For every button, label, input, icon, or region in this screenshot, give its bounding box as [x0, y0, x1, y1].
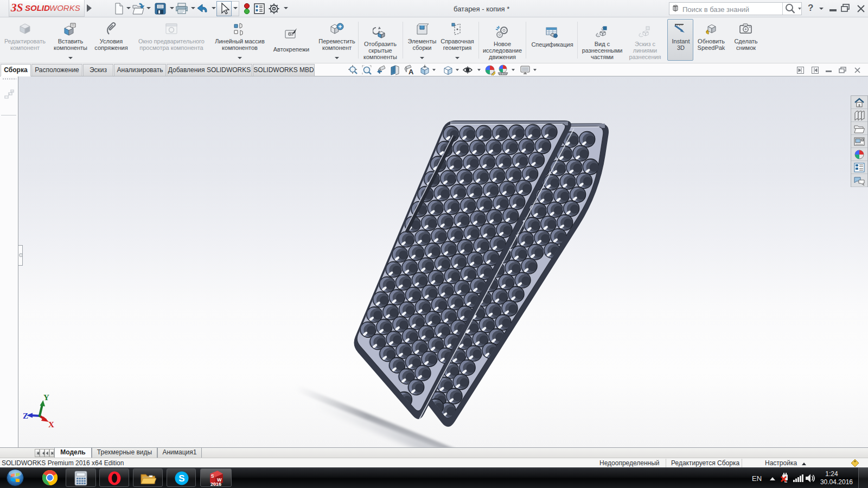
svg-text:Z: Z [23, 412, 28, 420]
svg-text:2016: 2016 [210, 481, 221, 487]
svg-text:A: A [409, 68, 414, 75]
svg-text:X: X [48, 420, 54, 429]
svg-text:SOLID: SOLID [25, 3, 50, 12]
svg-text:Y: Y [43, 393, 49, 402]
svg-text:S: S [178, 473, 184, 484]
svg-text:WORKS: WORKS [49, 3, 80, 12]
svg-text:S: S [211, 473, 214, 479]
svg-text:ЗS: ЗS [10, 1, 23, 14]
